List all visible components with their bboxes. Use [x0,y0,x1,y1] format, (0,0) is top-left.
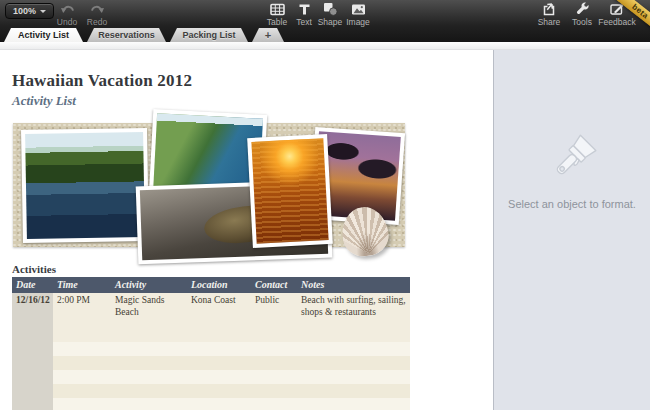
insert-image-button[interactable]: Image [343,2,373,27]
undo-label: Undo [52,17,82,27]
insert-shape-label: Shape [314,17,346,27]
insert-image-label: Image [343,17,373,27]
tools-label: Tools [568,17,596,27]
toolbar-shadow-strip [0,42,650,50]
document-subtitle[interactable]: Activity List [12,93,76,109]
insert-shape-button[interactable]: Shape [314,2,346,27]
column-header-date[interactable]: Date [12,277,53,293]
ocean-sunset-image [251,138,328,244]
table-body: 12/16/12 2:00 PM Magic Sands Beach Kona … [12,293,410,410]
empty-table-rows[interactable] [53,342,410,410]
photo-palm-lagoon[interactable] [21,128,149,243]
tools-button[interactable]: Tools [568,2,596,27]
share-icon [534,2,564,16]
zoom-dropdown[interactable]: 100% [5,3,54,19]
tab-activity-list[interactable]: Activity List [4,28,83,42]
table-header-row[interactable]: Date Time Activity Location Contact Note… [12,277,410,293]
column-header-time[interactable]: Time [53,277,111,293]
image-icon [343,2,373,16]
sheet-tabbar: Activity List Reservations Packing List … [0,28,650,42]
format-panel: Select an object to format. [493,42,650,410]
format-panel-placeholder: Select an object to format. [508,198,636,210]
wrench-icon [568,2,596,16]
insert-table-label: Table [263,17,291,27]
activities-table[interactable]: Date Time Activity Location Contact Note… [12,277,410,410]
undo-button[interactable]: Undo [52,2,82,27]
cell-activity[interactable]: Magic Sands Beach [111,293,187,342]
add-sheet-tab[interactable]: + [252,28,284,42]
cell-contact[interactable]: Public [251,293,297,342]
column-header-notes[interactable]: Notes [297,277,410,293]
redo-label: Redo [82,17,112,27]
share-label: Share [534,17,564,27]
text-icon [292,2,316,16]
tab-packing-list[interactable]: Packing List [170,28,248,42]
insert-text-label: Text [292,17,316,27]
share-button[interactable]: Share [534,2,564,27]
table-row[interactable]: 12/16/12 2:00 PM Magic Sands Beach Kona … [12,293,410,342]
column-header-location[interactable]: Location [187,277,251,293]
table-caption[interactable]: Activities [12,263,56,275]
paintbrush-icon [543,130,601,188]
shape-icon [314,2,346,16]
sheet-canvas[interactable]: Hawaiian Vacation 2012 Activity List Act… [0,42,493,410]
undo-icon [52,2,82,16]
zoom-value: 100% [13,4,36,18]
tab-reservations[interactable]: Reservations [87,28,166,42]
column-header-activity[interactable]: Activity [111,277,187,293]
chevron-down-icon [40,10,46,16]
cell-notes[interactable]: Beach with surfing, sailing, shops & res… [297,293,410,342]
insert-text-button[interactable]: Text [292,2,316,27]
redo-button[interactable]: Redo [82,2,112,27]
document-title[interactable]: Hawaiian Vacation 2012 [12,71,192,91]
cell-time[interactable]: 2:00 PM [53,293,111,342]
cell-location[interactable]: Kona Coast [187,293,251,342]
column-header-contact[interactable]: Contact [251,277,297,293]
redo-icon [82,2,112,16]
insert-table-button[interactable]: Table [263,2,291,27]
palm-lagoon-image [25,132,145,239]
toolbar: 100% Undo Redo Table [0,0,650,42]
table-icon [263,2,291,16]
photo-ocean-sunset[interactable] [247,134,333,248]
cell-date[interactable]: 12/16/12 [12,293,53,342]
